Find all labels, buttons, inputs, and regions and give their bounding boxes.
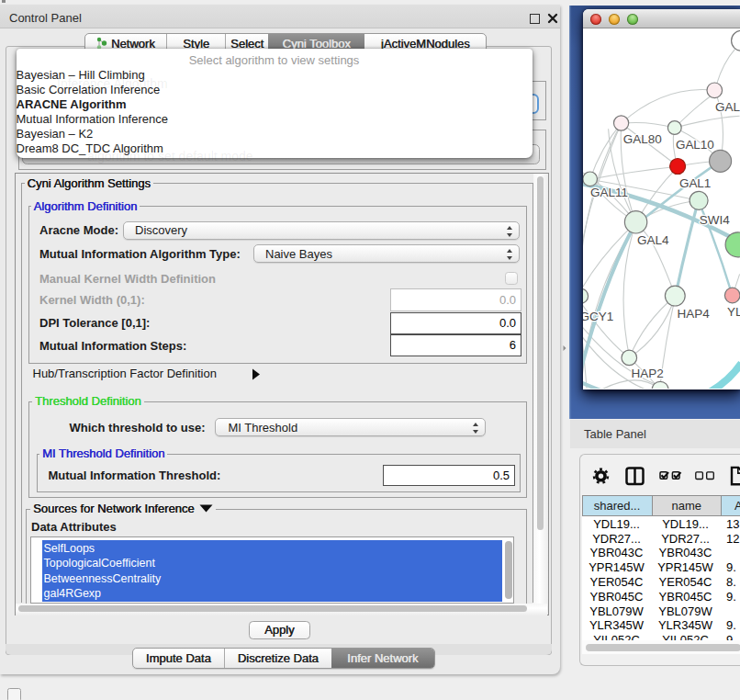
svg-text:SWI4: SWI4 [700,213,730,227]
svg-text:GAL7: GAL7 [715,99,739,113]
svg-text:GAL11: GAL11 [590,186,628,199]
svg-text:GAL4: GAL4 [637,232,669,246]
svg-text:HAP4: HAP4 [678,306,711,320]
svg-text:GAL1: GAL1 [679,176,711,190]
svg-text:GAL80: GAL80 [623,131,662,145]
svg-text:HAP2: HAP2 [632,367,664,380]
svg-text:GAL10: GAL10 [676,138,714,152]
svg-text:YL: YL [727,305,739,319]
svg-text:GCY1: GCY1 [583,310,613,323]
